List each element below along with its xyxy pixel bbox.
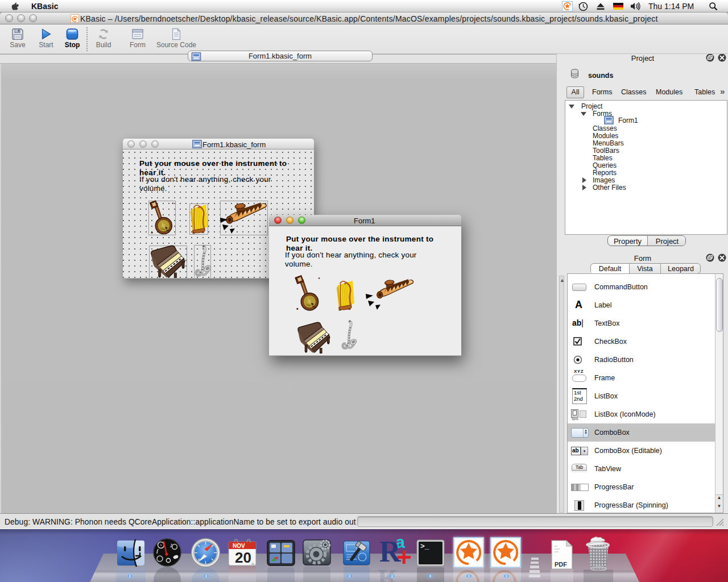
svg-text:PDF: PDF bbox=[555, 561, 567, 568]
svg-text:NOV: NOV bbox=[233, 543, 245, 549]
svg-text:20: 20 bbox=[235, 549, 251, 566]
svg-text:>_: >_ bbox=[420, 542, 429, 551]
